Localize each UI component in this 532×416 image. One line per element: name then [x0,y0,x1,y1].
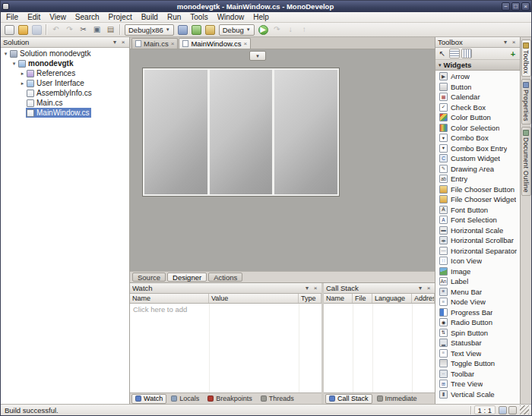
step-over-button[interactable]: ↷ [271,24,283,36]
toolbox-item[interactable]: File Chooser Widget [435,194,520,205]
auto-hide-button[interactable]: ▾ [303,285,311,292]
category-expander-icon[interactable]: ▾ [439,62,442,68]
tab-designer[interactable]: Designer [167,273,207,282]
toolbox-item[interactable]: Image [435,266,520,277]
menu-item[interactable]: Window [213,13,249,21]
minimize-button[interactable]: − [502,2,510,11]
toolbox-item[interactable]: ▾ Combo Box [435,133,520,143]
close-tab-icon[interactable]: × [171,40,175,47]
column-header[interactable]: Name [324,294,353,303]
list-view-button[interactable] [461,49,472,58]
run-debug-button[interactable]: ▶ [257,24,270,36]
widget-selector-combo[interactable]: ▼ [249,51,266,61]
column-header[interactable]: Value [209,294,299,303]
expander-icon[interactable]: ▸ [19,80,26,87]
tab-locals[interactable]: Locals [167,394,203,404]
toolbox-item[interactable]: ✎ Drawing Area [435,164,520,175]
widgets-category-header[interactable]: ▾ Widgets [435,60,520,71]
watch-add-placeholder[interactable]: Click here to add [133,305,187,314]
column-header[interactable]: Type [299,294,321,303]
toolbox-item[interactable]: ∷ Icon View [435,256,520,266]
close-pad-button[interactable]: × [312,285,319,292]
toolbox-item[interactable]: ✓ Check Box [435,102,520,113]
expander-icon[interactable]: ▾ [11,61,17,67]
tab-actions[interactable]: Actions [208,273,242,282]
menu-item[interactable]: File [2,13,23,21]
callstack-content[interactable] [324,304,435,392]
tree-item-project[interactable]: ▾ monodevgtk [1,58,129,68]
open-file-button[interactable] [17,24,30,36]
tree-item-solution[interactable]: ▾ Solution monodevgtk [1,49,129,58]
debug-target-combo[interactable]: Debug ▼ [219,24,255,36]
paste-button[interactable]: ▤ [104,24,117,36]
cut-button[interactable]: ✂ [77,24,90,36]
toolbox-item[interactable]: ▂ Statusbar [435,338,520,348]
menu-item[interactable]: Project [104,13,137,21]
auto-hide-button[interactable]: ▾ [111,39,119,46]
toolbox-item[interactable]: Button [435,82,520,93]
tree-item-user-interface[interactable]: ▸ User Interface [1,78,129,88]
menu-item[interactable]: Edit [23,13,45,21]
tree-item-mainwindow[interactable]: MainWindow.cs [1,108,129,118]
tree-item-references[interactable]: ▸ References [1,68,129,78]
close-pad-button[interactable]: × [119,39,127,46]
tree-item-main[interactable]: Main.cs [1,98,129,108]
toolbox-item[interactable]: Color Selection [435,123,520,134]
toolbox-item[interactable]: A Font Selection [435,215,520,225]
toolbox-item[interactable]: Toggle Button [435,358,520,369]
configuration-combo[interactable]: Debug|x86 ▼ [125,24,174,36]
toolbox-item[interactable]: ▬ Horizontal Scale [435,225,520,236]
add-widgets-button[interactable]: + [508,49,518,58]
toolbox-item[interactable]: An Label [435,276,520,287]
step-into-button[interactable]: ↓ [284,24,297,36]
toolbox-item[interactable]: ▮ Vertical Scale [435,389,520,400]
tab-immediate[interactable]: Immediate [373,394,421,404]
titlebar[interactable]: monodevgtk - MainWindow.cs - MonoDevelop… [1,1,531,12]
menu-item[interactable]: Help [249,13,274,21]
close-pad-button[interactable]: × [425,285,432,292]
toolbox-item[interactable]: ⊞ Tree View [435,379,520,389]
categorized-view-button[interactable] [449,49,460,58]
toolbox-item[interactable]: File Chooser Button [435,184,520,195]
menu-item[interactable]: Run [163,13,185,21]
toolbox-item[interactable]: ≡ Text View [435,348,520,359]
resize-grip[interactable] [520,405,529,414]
expander-icon[interactable]: ▸ [19,71,26,77]
expander-icon[interactable]: ▾ [2,51,9,57]
tab-watch[interactable]: Watch [131,394,166,404]
menu-item[interactable]: Search [71,13,104,21]
menu-item[interactable]: Tools [185,13,212,21]
copy-button[interactable]: ▣ [90,24,103,36]
step-out-button[interactable]: ↑ [298,24,311,36]
design-root-window[interactable] [142,68,340,197]
editor-tab-mainwindow[interactable]: MainWindow.cs × [179,38,251,49]
build-button[interactable] [176,24,189,36]
close-pad-button[interactable]: × [510,39,518,46]
tasks-icon[interactable] [499,406,507,414]
design-panel-2[interactable] [210,70,273,194]
column-header[interactable]: Language [372,294,412,303]
tab-breakpoints[interactable]: Breakpoints [204,394,256,404]
tab-threads[interactable]: Threads [257,394,298,404]
tree-item-assemblyinfo[interactable]: AssemblyInfo.cs [1,88,129,98]
auto-hide-button[interactable]: ▾ [502,39,509,46]
toolbox-item[interactable]: A Font Button [435,205,520,216]
toolbox-item[interactable]: Color Button [435,112,520,123]
save-button[interactable] [30,24,43,36]
toolbox-item[interactable]: ◉ Radio Button [435,317,520,328]
column-header[interactable]: File [353,294,372,303]
toolbox-item[interactable]: ◂▸ Horizontal Scrollbar [435,235,520,246]
column-header[interactable]: Address [412,294,435,303]
toolbox-item[interactable]: ▶ Arrow [435,71,520,82]
maximize-button[interactable]: □ [511,2,520,11]
design-panel-3[interactable] [274,70,337,194]
toolbox-item[interactable]: ▦ Calendar [435,92,520,102]
design-panel-1[interactable] [144,70,207,194]
toolbox-item[interactable]: ab Entry [435,174,520,184]
toolbox-item[interactable]: ▾ Combo Box Entry [435,143,520,154]
side-tab-toolbox[interactable]: Toolbox [521,39,531,77]
toolbox-item[interactable]: — Horizontal Separator [435,246,520,257]
tab-callstack[interactable]: Call Stack [325,394,372,404]
new-file-button[interactable] [3,24,16,36]
close-button[interactable]: × [521,2,530,11]
